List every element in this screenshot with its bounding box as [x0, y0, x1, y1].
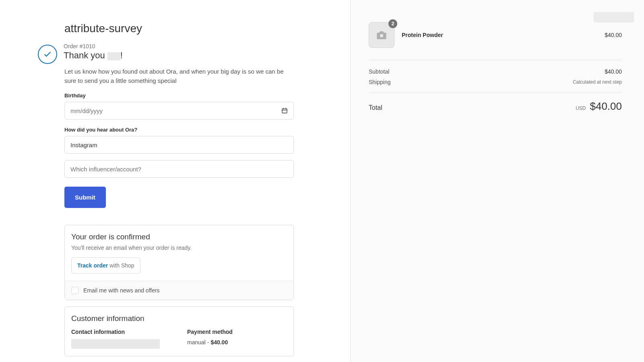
- subtotal-row: Subtotal $40.00: [369, 68, 622, 75]
- page-title: attribute-survey: [64, 22, 326, 35]
- subtotal-value: $40.00: [605, 68, 622, 75]
- svg-rect-3: [282, 110, 287, 110]
- order-confirmed-card: Your order is confirmed You'll receive a…: [64, 225, 294, 300]
- summary-divider: [369, 93, 622, 93]
- calendar-icon: [281, 107, 288, 114]
- camera-icon: [376, 30, 387, 40]
- newsletter-checkbox[interactable]: [71, 287, 78, 294]
- submit-button[interactable]: Submit: [64, 187, 106, 208]
- shipping-row: Shipping Calculated at next step: [369, 79, 622, 85]
- total-label: Total: [369, 104, 382, 111]
- birthday-input[interactable]: mm/dd/yyyy: [64, 102, 294, 119]
- svg-rect-0: [282, 109, 287, 113]
- newsletter-label: Email me with news and offers: [83, 287, 160, 294]
- total-currency: USD: [576, 105, 586, 111]
- product-name: Protein Powder: [402, 32, 597, 38]
- source-label: How did you hear about Ora?: [64, 127, 326, 133]
- order-summary-panel: 2 Protein Powder $40.00 Subtotal $40.00 …: [350, 0, 644, 362]
- svg-point-4: [380, 34, 383, 37]
- svg-rect-2: [286, 108, 286, 109]
- cart-item: 2 Protein Powder $40.00: [369, 22, 622, 60]
- total-row: Total USD $40.00: [369, 100, 622, 113]
- product-price: $40.00: [605, 32, 622, 38]
- product-image-placeholder: 2: [369, 22, 394, 48]
- quantity-badge: 2: [388, 19, 397, 28]
- redacted-name: [107, 52, 120, 60]
- shipping-label: Shipping: [369, 79, 391, 85]
- shipping-note: Calculated at next step: [573, 79, 622, 85]
- track-order-button[interactable]: Track order with Shop: [71, 257, 140, 274]
- customer-info-title: Customer information: [71, 314, 287, 323]
- payment-method-label: Payment method: [187, 329, 287, 335]
- birthday-label: Birthday: [64, 93, 326, 99]
- confirmed-subtext: You'll receive an email when your order …: [71, 245, 287, 251]
- order-number: Order #1010: [64, 43, 123, 49]
- check-circle-icon: [38, 45, 57, 64]
- survey-intro: Let us know how you found out about Ora,…: [64, 67, 290, 85]
- confirmed-title: Your order is confirmed: [71, 232, 287, 241]
- redacted-contact: [71, 339, 160, 349]
- svg-rect-1: [283, 108, 283, 109]
- main-content: attribute-survey Order #1010 Thank you !…: [0, 0, 350, 362]
- payment-method-value: manual - $40.00: [187, 339, 287, 346]
- influencer-input[interactable]: Which influencer/account?: [64, 160, 294, 178]
- newsletter-row: Email me with news and offers: [65, 281, 293, 300]
- total-value: $40.00: [590, 100, 622, 113]
- contact-info-label: Contact information: [71, 329, 171, 335]
- source-input[interactable]: Instagram: [64, 136, 294, 154]
- thank-you-text: Thank you !: [64, 50, 123, 61]
- customer-info-card: Customer information Contact information…: [64, 306, 294, 356]
- thank-you-header: Order #1010 Thank you !: [64, 43, 326, 64]
- subtotal-label: Subtotal: [369, 68, 389, 75]
- redacted-top-right: [594, 12, 634, 23]
